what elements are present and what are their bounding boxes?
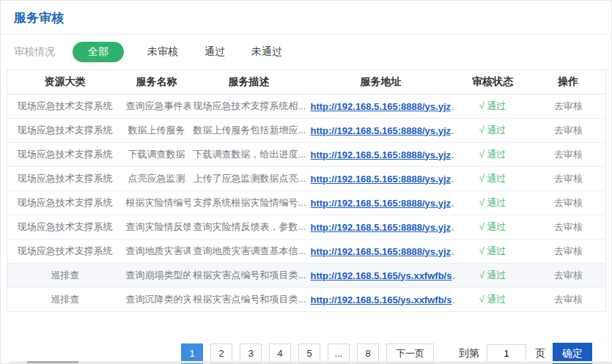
table-row: 巡排查 查询沉降类的灾害点... 根据灾害点编号和项目类... http://1… bbox=[7, 288, 606, 312]
cell-action: 去审核 bbox=[531, 143, 606, 167]
column-header-status: 审核状态 bbox=[454, 70, 531, 94]
go-review-link[interactable]: 去审核 bbox=[554, 245, 583, 256]
status-passed-badge: √ 通过 bbox=[479, 197, 506, 208]
table-header-row: 资源大类 服务名称 服务描述 服务地址 审核状态 操作 bbox=[7, 70, 606, 94]
horizontal-scrollbar[interactable] bbox=[10, 361, 611, 363]
table-row: 现场应急技术支撑系统 数据上传服务 数据上传服务包括新增应... http://… bbox=[7, 119, 606, 143]
cell-name: 数据上传服务 bbox=[123, 119, 191, 143]
cell-description: 根据灾害点编号和项目类... bbox=[191, 264, 308, 288]
table-row: 现场应急技术支撑系统 查询地质灾害调查基... 查询地质灾害调查基本信... h… bbox=[7, 239, 606, 264]
cell-url: http://192.168.5.165:8888/ys.yjz... bbox=[308, 215, 454, 239]
service-url-link[interactable]: http://192.168.5.165:8888/ys.yjz bbox=[311, 222, 451, 233]
cell-url: http://192.168.5.165:8888/ys.yjz... bbox=[308, 119, 454, 143]
service-url-link[interactable]: http://192.168.5.165/ys.xxfwfb/s bbox=[311, 294, 452, 305]
url-ellipsis: ... bbox=[451, 125, 454, 136]
cell-category: 现场应急技术支撑系统 bbox=[7, 119, 123, 143]
status-passed-badge: √ 通过 bbox=[479, 294, 506, 305]
go-review-link[interactable]: 去审核 bbox=[554, 125, 583, 135]
cell-category: 现场应急技术支撑系统 bbox=[7, 191, 123, 215]
go-review-link[interactable]: 去审核 bbox=[554, 173, 583, 184]
cell-status: √ 通过 bbox=[454, 119, 531, 143]
service-url-link[interactable]: http://192.168.5.165/ys.xxfwfb/s bbox=[311, 270, 452, 281]
page-unit-label: 页 bbox=[535, 347, 545, 360]
filter-option-passed[interactable]: 通过 bbox=[204, 42, 225, 62]
scrollbar-thumb[interactable] bbox=[27, 361, 78, 363]
audit-status-filter: 审核情况 全部 未审核 通过 未通过 bbox=[1, 34, 611, 70]
cell-name: 下载调查数据 bbox=[123, 143, 191, 167]
cell-description: 支撑系统根据灾险情编号... bbox=[191, 191, 308, 215]
go-review-link[interactable]: 去审核 bbox=[554, 294, 583, 305]
service-url-link[interactable]: http://192.168.5.165:8888/ys.yjz bbox=[311, 125, 451, 136]
filter-label: 审核情况 bbox=[14, 45, 55, 59]
table-row: 现场应急技术支撑系统 根据灾险情编号查询... 支撑系统根据灾险情编号... h… bbox=[7, 191, 606, 215]
filter-option-all[interactable]: 全部 bbox=[73, 42, 124, 62]
cell-description: 现场应急技术支撑系统相... bbox=[191, 94, 308, 119]
cell-status: √ 通过 bbox=[454, 94, 531, 119]
cell-url: http://192.168.5.165:8888/ys.yjz... bbox=[308, 167, 454, 191]
cell-name: 根据灾险情编号查询... bbox=[123, 191, 191, 215]
cell-action: 去审核 bbox=[531, 119, 606, 143]
cell-url: http://192.168.5.165:8888/ys.yjz... bbox=[308, 191, 454, 215]
table-row: 现场应急技术支撑系统 查询应急事件表 现场应急技术支撑系统相... http:/… bbox=[7, 94, 606, 119]
column-header-action: 操作 bbox=[531, 70, 606, 94]
go-review-link[interactable]: 去审核 bbox=[554, 221, 583, 232]
cell-url: http://192.168.5.165:8888/ys.yjz... bbox=[308, 239, 454, 264]
column-header-url: 服务地址 bbox=[308, 70, 454, 94]
cell-url: http://192.168.5.165:8888/ys.yjz... bbox=[308, 94, 454, 119]
url-ellipsis: ... bbox=[451, 246, 454, 257]
cell-action: 去审核 bbox=[531, 264, 606, 288]
table-row: 现场应急技术支撑系统 查询灾险情反馈byZ... 查询灾险情反馈表，参数... … bbox=[7, 215, 606, 239]
service-url-link[interactable]: http://192.168.5.165:8888/ys.yjz bbox=[311, 198, 451, 209]
url-ellipsis: ... bbox=[451, 101, 454, 112]
filter-option-unreviewed[interactable]: 未审核 bbox=[147, 42, 178, 62]
cell-status: √ 通过 bbox=[454, 143, 531, 167]
cell-name: 查询地质灾害调查基... bbox=[123, 239, 191, 264]
cell-action: 去审核 bbox=[531, 94, 606, 119]
cell-action: 去审核 bbox=[531, 167, 606, 191]
url-ellipsis: ... bbox=[451, 149, 454, 160]
cell-action: 去审核 bbox=[531, 288, 606, 312]
cell-url: http://192.168.5.165:8888/ys.yjz... bbox=[308, 143, 454, 167]
cell-description: 上传了应急监测数据点亮... bbox=[191, 167, 308, 191]
cell-category: 现场应急技术支撑系统 bbox=[7, 239, 123, 264]
service-url-link[interactable]: http://192.168.5.165:8888/ys.yjz bbox=[311, 149, 451, 160]
cell-name: 查询崩塌类型的灾害... bbox=[123, 264, 191, 288]
table-row: 现场应急技术支撑系统 下载调查数据 下载调查数据，给出进度... http://… bbox=[7, 143, 606, 167]
status-passed-badge: √ 通过 bbox=[479, 245, 506, 256]
filter-option-failed[interactable]: 未通过 bbox=[251, 42, 282, 62]
cell-category: 现场应急技术支撑系统 bbox=[7, 143, 123, 167]
cell-description: 查询地质灾害调查基本信... bbox=[191, 239, 308, 264]
status-passed-badge: √ 通过 bbox=[479, 149, 506, 160]
cell-status: √ 通过 bbox=[454, 215, 531, 239]
cell-action: 去审核 bbox=[531, 191, 606, 215]
cell-status: √ 通过 bbox=[454, 264, 531, 288]
cell-description: 数据上传服务包括新增应... bbox=[191, 119, 308, 143]
url-ellipsis: ... bbox=[452, 270, 454, 281]
go-review-link[interactable]: 去审核 bbox=[554, 149, 583, 160]
service-url-link[interactable]: http://192.168.5.165:8888/ys.yjz bbox=[311, 174, 451, 185]
cell-url: http://192.168.5.165/ys.xxfwfb/s... bbox=[308, 264, 454, 288]
service-url-link[interactable]: http://192.168.5.165:8888/ys.yjz bbox=[311, 246, 451, 257]
cell-description: 下载调查数据，给出进度... bbox=[191, 143, 308, 167]
cell-status: √ 通过 bbox=[454, 167, 531, 191]
cell-category: 现场应急技术支撑系统 bbox=[7, 167, 123, 191]
column-header-name: 服务名称 bbox=[123, 70, 191, 94]
goto-page-input[interactable] bbox=[487, 344, 526, 363]
goto-page-label: 到第 bbox=[459, 347, 479, 360]
service-url-link[interactable]: http://192.168.5.165:8888/ys.yjz bbox=[311, 101, 451, 112]
go-review-link[interactable]: 去审核 bbox=[554, 100, 583, 111]
cell-name: 查询沉降类的灾害点... bbox=[123, 288, 191, 312]
cell-status: √ 通过 bbox=[454, 288, 531, 312]
cell-category: 现场应急技术支撑系统 bbox=[7, 215, 123, 239]
cell-name: 查询灾险情反馈byZ... bbox=[123, 215, 191, 239]
cell-name: 点亮应急监测 bbox=[123, 167, 191, 191]
cell-category: 巡排查 bbox=[7, 288, 123, 312]
go-review-link[interactable]: 去审核 bbox=[554, 197, 583, 208]
url-ellipsis: ... bbox=[452, 294, 454, 305]
status-passed-badge: √ 通过 bbox=[479, 125, 506, 135]
cell-status: √ 通过 bbox=[454, 239, 531, 264]
cell-category: 巡排查 bbox=[7, 264, 123, 288]
go-review-link[interactable]: 去审核 bbox=[554, 270, 583, 281]
url-ellipsis: ... bbox=[451, 222, 454, 233]
status-passed-badge: √ 通过 bbox=[479, 173, 506, 184]
